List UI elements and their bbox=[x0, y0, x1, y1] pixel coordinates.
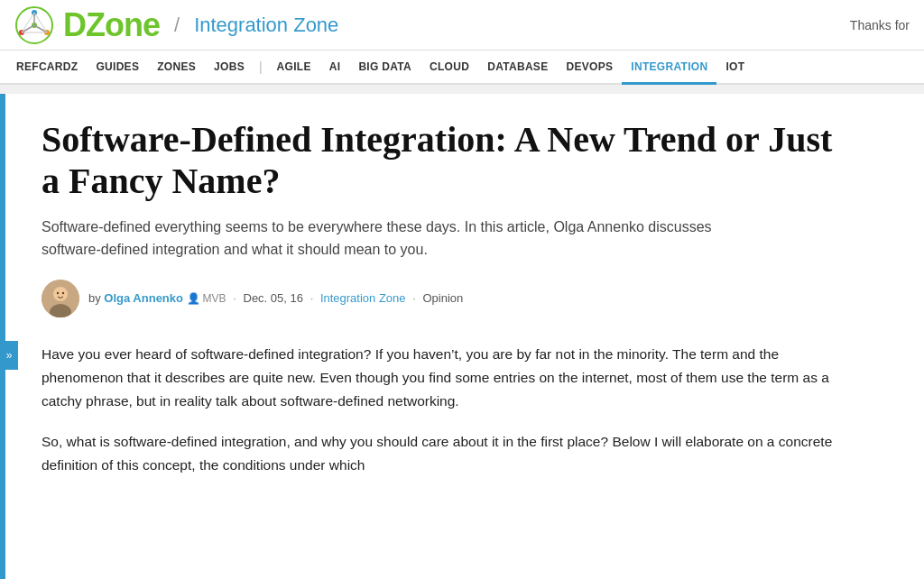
logo-slash: / bbox=[174, 14, 180, 37]
main-navbar: REFCARDZ GUIDES ZONES JOBS | AGILE AI BI… bbox=[0, 51, 924, 85]
nav-jobs[interactable]: JOBS bbox=[205, 50, 254, 84]
dzone-logo-text[interactable]: DZone bbox=[63, 6, 160, 44]
nav-divider: | bbox=[254, 60, 268, 74]
header-thanks: Thanks for bbox=[850, 18, 910, 32]
article-title: Software-Defined Integration: A New Tren… bbox=[42, 119, 854, 202]
svg-point-15 bbox=[62, 291, 64, 293]
nav-iot[interactable]: IOT bbox=[716, 50, 753, 84]
main-content: Software-Defined Integration: A New Tren… bbox=[5, 94, 890, 579]
nav-database[interactable]: DATABASE bbox=[478, 50, 557, 84]
nav-zones[interactable]: ZONES bbox=[148, 50, 205, 84]
article-zone[interactable]: Integration Zone bbox=[320, 291, 406, 305]
sidebar-toggle-button[interactable]: » bbox=[0, 341, 18, 370]
nav-ai[interactable]: AI bbox=[320, 50, 350, 84]
avatar-image bbox=[42, 280, 79, 317]
meta-dot-3: · bbox=[412, 291, 416, 305]
meta-dot-1: · bbox=[233, 291, 236, 305]
mvb-badge: 👤 MVB bbox=[187, 292, 226, 305]
meta-text: by Olga Annenko 👤 MVB · Dec. 05, 16 · In… bbox=[88, 291, 463, 305]
nav-refcardz[interactable]: REFCARDZ bbox=[7, 50, 87, 84]
nav-integration[interactable]: INTEGRATION bbox=[622, 51, 716, 85]
dzone-logo-icon bbox=[14, 5, 54, 45]
zone-name[interactable]: Integration Zone bbox=[194, 14, 338, 37]
nav-agile[interactable]: AGILE bbox=[268, 50, 320, 84]
article-category: Opinion bbox=[422, 291, 463, 305]
nav-guides[interactable]: GUIDES bbox=[87, 50, 148, 84]
meta-dot-2: · bbox=[310, 291, 314, 305]
author-avatar bbox=[42, 280, 79, 317]
body-paragraph-2: So, what is software-defined integration… bbox=[42, 430, 854, 478]
gray-separator bbox=[0, 85, 924, 94]
by-label: by bbox=[88, 291, 104, 305]
nav-devops[interactable]: DEVOPS bbox=[557, 50, 622, 84]
article-subtitle: Software-defined everything seems to be … bbox=[42, 216, 745, 262]
person-icon: 👤 bbox=[187, 292, 200, 305]
page-header: DZone / Integration Zone Thanks for bbox=[0, 0, 924, 51]
author-name[interactable]: Olga Annenko bbox=[104, 291, 183, 305]
article-meta: by Olga Annenko 👤 MVB · Dec. 05, 16 · In… bbox=[42, 280, 854, 317]
nav-bigdata[interactable]: BIG DATA bbox=[349, 50, 420, 84]
body-paragraph-1: Have you ever heard of software-defined … bbox=[42, 343, 854, 414]
mvb-label: MVB bbox=[203, 292, 226, 305]
svg-point-14 bbox=[57, 291, 59, 293]
svg-point-12 bbox=[53, 287, 68, 301]
nav-cloud[interactable]: CLOUD bbox=[420, 50, 478, 84]
article-date: Dec. 05, 16 bbox=[244, 291, 304, 305]
content-wrapper: » Software-Defined Integration: A New Tr… bbox=[0, 94, 924, 579]
article-body: Have you ever heard of software-defined … bbox=[42, 343, 854, 478]
logo-area: DZone / Integration Zone bbox=[14, 5, 338, 45]
